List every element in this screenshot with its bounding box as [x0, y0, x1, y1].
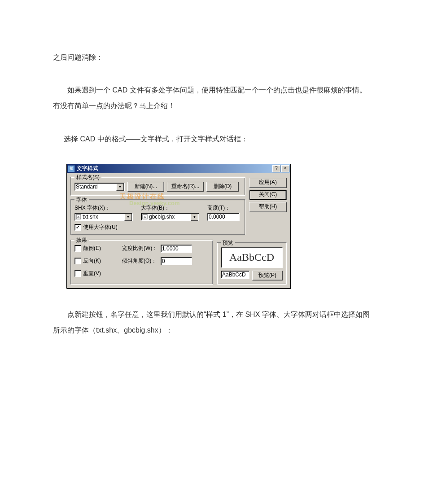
effects-group-label: 效果: [74, 237, 89, 244]
apply-button[interactable]: 应用(A): [249, 178, 287, 188]
upside-down-label: 颠倒(E): [83, 245, 101, 252]
preview-input-value: AaBbCcD: [222, 272, 246, 278]
titlebar-help-button[interactable]: ?: [272, 165, 280, 172]
preview-group: 预览 AaBbCcD AaBbCcD 预览(P): [217, 242, 287, 285]
chevron-down-icon: ▼: [116, 184, 124, 191]
shx-font-label: SHX 字体(X)：: [74, 204, 133, 212]
use-big-font-label: 使用大字体(U): [83, 224, 118, 231]
preview-button[interactable]: 预览(P): [252, 271, 283, 280]
checkbox-icon: [74, 258, 81, 264]
font-group-label: 字体: [74, 196, 89, 204]
big-font-combo[interactable]: A gbcbig.shx ▼: [141, 213, 199, 221]
style-name-group: 样式名(S) 天极设计在线 Design.yesky.com Standard …: [70, 177, 245, 196]
help-button[interactable]: 帮助(H): [249, 202, 287, 212]
upside-down-checkbox[interactable]: 颠倒(E): [74, 245, 119, 252]
chevron-down-icon: ▼: [191, 214, 198, 221]
style-name-group-label: 样式名(S): [74, 174, 101, 181]
text-style-dialog: 植 文字样式 ? × 样式名(S) 天极设计在线 Design.yesky.co…: [66, 164, 291, 289]
width-factor-label: 宽度比例(W)：: [122, 245, 158, 252]
use-big-font-checkbox[interactable]: 使用大字体(U): [74, 224, 241, 231]
style-name-combo[interactable]: Standard ▼: [74, 183, 125, 191]
font-file-icon: A: [142, 214, 148, 219]
titlebar-close-button[interactable]: ×: [281, 165, 289, 172]
big-font-label: 大字体(B)：: [141, 204, 199, 212]
shx-font-value: txt.shx: [83, 214, 98, 220]
oblique-input[interactable]: 0: [161, 257, 192, 265]
preview-sample-text: AaBbCcD: [229, 251, 274, 263]
font-group: 字体 SHX 字体(X)： A txt.shx ▼: [70, 199, 245, 235]
oblique-value: 0: [162, 258, 165, 264]
height-label: 高度(T)：: [207, 204, 240, 212]
checkbox-icon: [74, 224, 81, 231]
backwards-checkbox[interactable]: 反向(K): [74, 257, 119, 265]
width-factor-input[interactable]: 1.0000: [161, 245, 192, 253]
dialog-titlebar[interactable]: 植 文字样式 ? ×: [67, 164, 290, 173]
big-font-value: gbcbig.shx: [149, 214, 175, 220]
height-input[interactable]: 0.0000: [207, 213, 240, 221]
style-name-value: Standard: [76, 184, 98, 190]
app-icon: 植: [68, 165, 75, 172]
chevron-down-icon: ▼: [124, 214, 132, 221]
shx-font-combo[interactable]: A txt.shx ▼: [74, 213, 133, 221]
paragraph-1: 之后问题消除：: [53, 49, 371, 65]
checkbox-icon: [74, 245, 81, 252]
vertical-checkbox[interactable]: 垂直(V): [74, 270, 119, 277]
height-value: 0.0000: [209, 214, 225, 220]
delete-button[interactable]: 删除(D): [206, 182, 239, 192]
rename-button[interactable]: 重命名(R)...: [167, 182, 204, 192]
svg-text:A: A: [77, 215, 80, 219]
vertical-label: 垂直(V): [83, 270, 101, 277]
preview-group-label: 预览: [221, 239, 235, 247]
backwards-label: 反向(K): [83, 257, 101, 265]
font-file-icon: A: [76, 214, 81, 219]
new-button[interactable]: 新建(N)...: [127, 182, 164, 192]
preview-display: AaBbCcD: [221, 247, 283, 268]
effects-group: 效果 颠倒(E) 宽度比例(W)： 1.0000: [70, 240, 213, 285]
close-button[interactable]: 关闭(C): [249, 190, 287, 200]
checkbox-icon: [74, 270, 81, 277]
width-factor-value: 1.0000: [162, 245, 179, 252]
paragraph-4: 点新建按钮，名字任意，这里我们用默认的“样式 1”，在 SHX 字体、大字体两对…: [53, 307, 371, 338]
paragraph-2: 如果遇到一个 CAD 文件有多处字体问题，使用特性匹配一个一个的点击也是件很麻烦…: [53, 82, 371, 114]
dialog-title: 文字样式: [77, 165, 272, 172]
oblique-label: 倾斜角度(O)：: [122, 257, 158, 265]
text-style-dialog-figure: 植 文字样式 ? × 样式名(S) 天极设计在线 Design.yesky.co…: [66, 164, 371, 289]
svg-text:A: A: [144, 215, 146, 219]
paragraph-3: 选择 CAD 中的格式——文字样式，打开文字样式对话框：: [53, 131, 371, 147]
preview-input[interactable]: AaBbCcD: [221, 271, 249, 279]
